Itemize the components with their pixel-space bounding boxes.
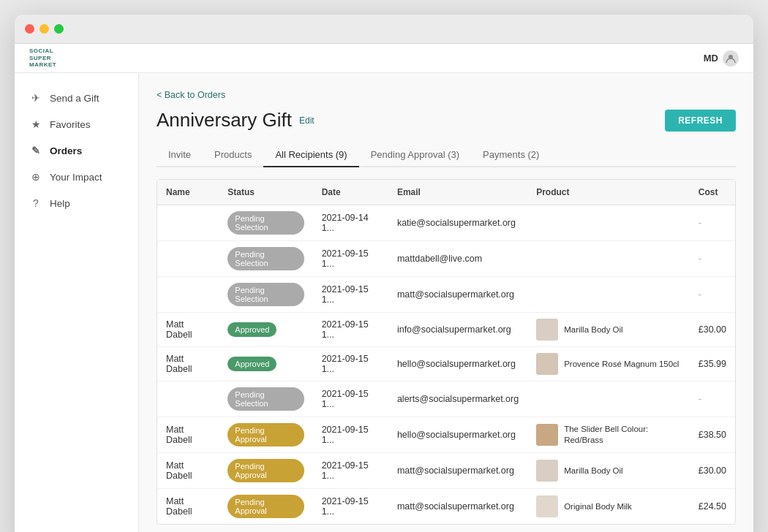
table-row[interactable]: Matt DabellPending Approval2021-09-15 1.… xyxy=(157,453,735,489)
refresh-button[interactable]: REFRESH xyxy=(665,110,736,132)
sidebar-item-label: Help xyxy=(50,198,70,209)
cell-status: Pending Selection xyxy=(219,241,312,277)
cell-cost: £35.99 xyxy=(690,347,735,381)
cell-email: matt@socialsupermarket.org xyxy=(388,489,527,525)
product-cell: The Slider Bell Colour: Red/Brass xyxy=(536,424,681,446)
cell-status: Approved xyxy=(219,313,312,347)
cell-date: 2021-09-15 1... xyxy=(313,347,388,381)
sidebar-item-label: Orders xyxy=(50,145,82,156)
table-row[interactable]: Pending Selection2021-09-15 1...matt@soc… xyxy=(157,277,735,313)
cell-date: 2021-09-15 1... xyxy=(313,313,388,347)
cell-name: Matt Dabell xyxy=(157,347,219,381)
back-to-orders-link[interactable]: < Back to Orders xyxy=(157,90,225,100)
cell-status: Pending Approval xyxy=(219,453,312,489)
cell-date: 2021-09-15 1... xyxy=(313,381,388,417)
cell-cost: £24.50 xyxy=(690,489,735,525)
top-bar: SOCIAL SUPER MARKET MD xyxy=(15,44,753,73)
sidebar-item-favorites[interactable]: ★ Favorites xyxy=(15,111,138,137)
sidebar-item-orders[interactable]: ✎ Orders xyxy=(15,137,138,164)
sidebar-item-label: Favorites xyxy=(50,119,91,130)
status-badge: Pending Selection xyxy=(227,283,304,306)
cell-cost: £38.50 xyxy=(690,417,735,453)
tabs: Invite Products All Recipients (9) Pendi… xyxy=(157,143,736,167)
cell-name: Matt Dabell xyxy=(157,453,219,489)
table-row[interactable]: Pending Selection2021-09-14 1...katie@so… xyxy=(157,205,735,241)
cell-product: Marilla Body Oil xyxy=(527,453,690,489)
cell-email: info@socialsupermarket.org xyxy=(388,313,527,347)
product-cell: Marilla Body Oil xyxy=(536,319,681,341)
cell-email: hello@socialsupermarket.org xyxy=(388,417,527,453)
logo: SOCIAL SUPER MARKET xyxy=(29,48,56,69)
cell-email: matt@socialsupermarket.org xyxy=(388,277,527,313)
tab-payments[interactable]: Payments (2) xyxy=(471,143,551,167)
table-row[interactable]: Pending Selection2021-09-15 1...mattdabe… xyxy=(157,241,735,277)
tab-pending-approval[interactable]: Pending Approval (3) xyxy=(359,143,471,167)
app-layout: ✈ Send a Gift ★ Favorites ✎ Orders ⊕ You… xyxy=(15,73,753,532)
product-name: Marilla Body Oil xyxy=(564,324,623,335)
status-badge: Approved xyxy=(227,357,276,371)
status-badge: Pending Selection xyxy=(227,387,304,411)
page-title: Anniversary Gift xyxy=(157,109,292,132)
cell-product: Provence Rosé Magnum 150cl xyxy=(527,347,690,381)
cell-status: Pending Selection xyxy=(219,277,312,313)
minimize-button[interactable] xyxy=(39,24,49,34)
table-row[interactable]: Matt DabellPending Approval2021-09-15 1.… xyxy=(157,489,735,525)
product-thumbnail xyxy=(536,353,558,375)
table-row[interactable]: Matt DabellPending Approval2021-09-15 1.… xyxy=(157,417,735,453)
sidebar-item-label: Send a Gift xyxy=(50,93,99,104)
table-row[interactable]: Matt DabellApproved2021-09-15 1...info@s… xyxy=(157,313,735,347)
edit-link[interactable]: Edit xyxy=(299,115,315,126)
cell-cost: - xyxy=(690,277,735,313)
cell-name xyxy=(157,381,219,417)
maximize-button[interactable] xyxy=(54,24,64,34)
cell-status: Pending Selection xyxy=(219,205,312,241)
cell-email: mattdabell@live.com xyxy=(388,241,527,277)
cell-date: 2021-09-15 1... xyxy=(313,277,388,313)
product-name: Marilla Body Oil xyxy=(564,466,623,476)
col-date: Date xyxy=(313,180,388,205)
cell-email: matt@socialsupermarket.org xyxy=(388,453,527,489)
status-badge: Pending Selection xyxy=(227,247,304,270)
sidebar: ✈ Send a Gift ★ Favorites ✎ Orders ⊕ You… xyxy=(15,73,139,532)
cell-cost: - xyxy=(690,205,735,241)
cell-status: Pending Selection xyxy=(219,381,312,417)
table-row[interactable]: Pending Selection2021-09-15 1...alerts@s… xyxy=(157,381,735,417)
window-controls xyxy=(25,24,64,34)
cell-product: The Slider Bell Colour: Red/Brass xyxy=(527,417,690,453)
main-content: < Back to Orders Anniversary Gift Edit R… xyxy=(139,73,753,532)
status-badge: Pending Approval xyxy=(227,459,304,482)
product-thumbnail xyxy=(536,424,558,446)
cell-name xyxy=(157,241,219,277)
cell-product xyxy=(527,205,690,241)
cell-cost: £30.00 xyxy=(690,453,735,489)
col-status: Status xyxy=(219,180,312,205)
product-thumbnail xyxy=(536,495,558,517)
cell-name xyxy=(157,205,219,241)
close-button[interactable] xyxy=(25,24,34,34)
tab-all-recipients[interactable]: All Recipients (9) xyxy=(263,143,358,167)
help-icon: ? xyxy=(29,197,42,209)
col-name: Name xyxy=(157,180,219,205)
cell-product: Original Body Milk xyxy=(527,489,690,525)
sidebar-item-help[interactable]: ? Help xyxy=(15,190,138,216)
page-header: Anniversary Gift Edit REFRESH xyxy=(157,109,736,132)
product-name: Original Body Milk xyxy=(564,501,632,512)
cell-name: Matt Dabell xyxy=(157,417,219,453)
user-badge[interactable]: MD xyxy=(704,50,739,66)
cell-date: 2021-09-15 1... xyxy=(313,489,388,525)
tab-products[interactable]: Products xyxy=(203,143,263,167)
cell-cost: £30.00 xyxy=(690,313,735,347)
cell-cost: - xyxy=(690,241,735,277)
cell-status: Pending Approval xyxy=(219,489,312,525)
sidebar-item-send-a-gift[interactable]: ✈ Send a Gift xyxy=(15,85,138,111)
sidebar-item-your-impact[interactable]: ⊕ Your Impact xyxy=(15,164,138,190)
impact-icon: ⊕ xyxy=(29,171,42,183)
status-badge: Pending Selection xyxy=(227,211,304,235)
favorites-icon: ★ xyxy=(29,118,42,130)
send-gift-icon: ✈ xyxy=(29,92,42,104)
cell-product xyxy=(527,277,690,313)
cell-date: 2021-09-15 1... xyxy=(313,241,388,277)
cell-date: 2021-09-15 1... xyxy=(313,453,388,489)
tab-invite[interactable]: Invite xyxy=(157,143,203,167)
table-row[interactable]: Matt DabellApproved2021-09-15 1...hello@… xyxy=(157,347,735,381)
